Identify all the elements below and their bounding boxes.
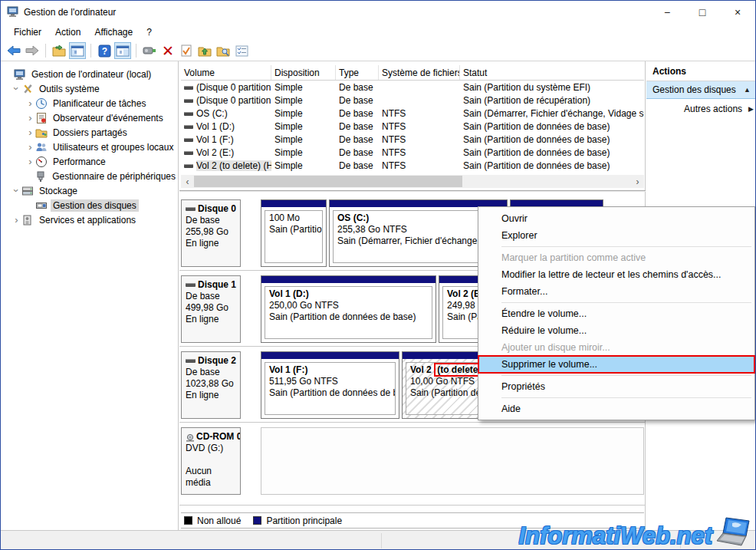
tree-item-observateur[interactable]: › Observateur d'événements xyxy=(1,110,178,125)
partition-vol1-d[interactable]: Vol 1 (D:) 250,00 Go NTFS Sain (Partitio… xyxy=(261,275,436,343)
shared-folders-icon xyxy=(35,127,48,139)
table-row[interactable]: Vol 1 (F:) SimpleDe baseNTFSSain (Partit… xyxy=(181,133,644,146)
tree-item-gestionnaire-peripheriques[interactable]: Gestionnaire de périphériques xyxy=(1,169,178,183)
expander-icon[interactable]: › xyxy=(25,97,35,109)
table-row[interactable]: Vol 1 (D:) SimpleDe baseNTFSSain (Partit… xyxy=(181,120,644,133)
actions-group-header[interactable]: Gestion des disques ▲ xyxy=(646,81,756,99)
column-header-filesystem[interactable]: Système de fichiers xyxy=(379,65,460,80)
disk0-header[interactable]: Disque 0 De base 255,98 Go En ligne xyxy=(181,199,241,267)
computer-icon xyxy=(14,68,26,81)
legend-primary-swatch xyxy=(253,516,261,525)
volume-table: Volume Disposition Type Système de fichi… xyxy=(181,65,644,172)
horizontal-scrollbar[interactable]: ‹ › xyxy=(181,175,644,188)
tree-item-planificateur[interactable]: › Planificateur de tâches xyxy=(1,96,178,110)
maximize-button[interactable]: □ xyxy=(685,1,720,24)
back-icon[interactable] xyxy=(5,42,22,59)
legend-primary-label: Partition principale xyxy=(266,515,342,526)
scroll-left-icon[interactable]: ‹ xyxy=(181,176,194,187)
volume-icon xyxy=(184,151,193,155)
users-icon xyxy=(35,141,48,153)
properties-icon[interactable] xyxy=(233,42,250,59)
expander-icon[interactable]: › xyxy=(11,186,22,196)
tree-item-performance[interactable]: › Performance xyxy=(1,154,178,169)
expander-icon[interactable]: › xyxy=(25,112,35,124)
disk2-header[interactable]: Disque 2 De base 1023,88 Go En ligne xyxy=(181,351,241,419)
scrollbar-thumb[interactable] xyxy=(194,176,462,187)
close-button[interactable]: × xyxy=(720,1,755,24)
menu-help[interactable]: ? xyxy=(140,25,159,40)
tree-item-computer-management[interactable]: Gestion de l'ordinateur (local) xyxy=(1,67,178,81)
menu-item-formater[interactable]: Formater... xyxy=(478,283,754,300)
expander-icon[interactable]: › xyxy=(11,84,22,94)
tree-item-dossiers-partages[interactable]: › Dossiers partagés xyxy=(1,125,178,140)
menu-item-ajouter-miroir: Ajouter un disque miroir... xyxy=(478,339,754,356)
window-title: Gestion de l'ordinateur xyxy=(24,7,116,18)
main-content: Gestion de l'ordinateur (local) › Outils… xyxy=(1,61,756,530)
toolbar-separator xyxy=(136,44,136,58)
task-check-icon[interactable] xyxy=(178,42,195,59)
statusbar-divider xyxy=(381,533,382,548)
scroll-right-icon[interactable]: › xyxy=(631,176,644,187)
hdd-icon xyxy=(186,283,196,287)
cdrom-header[interactable]: CD-ROM 0 DVD (G:) Aucun média xyxy=(181,427,241,495)
folder-search-icon[interactable] xyxy=(215,42,232,59)
toolbar: ? ✕ xyxy=(1,41,755,61)
column-header-volume[interactable]: Volume xyxy=(181,65,271,80)
to-delete-annotation: (to delete) xyxy=(434,363,484,377)
help-icon[interactable]: ? xyxy=(96,42,113,59)
partition-color-bar xyxy=(261,200,326,207)
menu-item-proprietes[interactable]: Propriétés xyxy=(478,378,754,395)
tree-item-outils-systeme[interactable]: › Outils système xyxy=(1,81,178,96)
menu-separator xyxy=(501,375,751,376)
column-header-statut[interactable]: Statut xyxy=(460,65,644,80)
menu-fichier[interactable]: Fichier xyxy=(7,25,48,40)
delete-icon[interactable]: ✕ xyxy=(159,42,176,59)
table-row-selected[interactable]: Vol 2 (to delete) (H:) SimpleDe baseNTFS… xyxy=(181,159,644,172)
tools-icon xyxy=(21,83,34,95)
expander-icon[interactable]: › xyxy=(25,156,35,167)
tree-item-services[interactable]: › Services et applications xyxy=(1,212,178,227)
services-icon xyxy=(21,214,34,226)
table-row[interactable]: OS (C:) SimpleDe baseNTFSSain (Démarrer,… xyxy=(181,107,644,120)
console-tree: Gestion de l'ordinateur (local) › Outils… xyxy=(1,61,179,530)
cd-icon xyxy=(186,433,195,441)
disk1-header[interactable]: Disque 1 De base 499,98 Go En ligne xyxy=(181,275,241,343)
menu-item-ouvrir[interactable]: Ouvrir xyxy=(478,210,754,227)
show-action-pane-icon[interactable] xyxy=(114,42,131,59)
table-row[interactable]: (Disque 0 partition 4) SimpleDe baseSain… xyxy=(181,94,644,107)
column-header-disposition[interactable]: Disposition xyxy=(271,65,336,80)
pane-splitter[interactable] xyxy=(179,190,646,192)
menu-item-reduire[interactable]: Réduire le volume... xyxy=(478,322,754,339)
expander-icon[interactable]: › xyxy=(25,141,35,153)
menu-item-explorer[interactable]: Explorer xyxy=(478,227,754,244)
export-list-icon[interactable] xyxy=(51,42,67,59)
hdd-icon xyxy=(186,207,196,211)
tree-item-utilisateurs[interactable]: › Utilisateurs et groupes locaux xyxy=(1,140,178,154)
expander-icon[interactable]: › xyxy=(12,214,21,226)
menu-action[interactable]: Action xyxy=(48,25,87,40)
volume-icon xyxy=(184,99,193,103)
volume-icon xyxy=(184,138,193,142)
table-row[interactable]: (Disque 0 partition 1) SimpleDe baseSain… xyxy=(181,81,644,94)
show-console-tree-icon[interactable] xyxy=(69,42,86,59)
menu-item-etendre[interactable]: Étendre le volume... xyxy=(478,305,754,322)
menu-item-modifier-lettre[interactable]: Modifier la lettre de lecteur et les che… xyxy=(478,266,754,283)
actions-title: Actions xyxy=(646,61,756,81)
expander-icon[interactable]: › xyxy=(25,127,35,138)
table-row[interactable]: Vol 2 (E:) SimpleDe baseNTFSSain (Partit… xyxy=(181,146,644,159)
minimize-button[interactable]: − xyxy=(649,1,685,24)
legend-unallocated-swatch xyxy=(184,516,192,525)
autres-actions-item[interactable]: Autres actions ▶ xyxy=(646,99,756,119)
console-window-icon[interactable] xyxy=(141,42,158,59)
menu-item-aide[interactable]: Aide xyxy=(478,400,754,417)
tree-item-gestion-des-disques[interactable]: Gestion des disques xyxy=(1,198,178,212)
partition-efi[interactable]: 100 Mo Sain (Partition xyxy=(261,199,327,267)
folder-up-icon[interactable] xyxy=(196,42,213,59)
menu-item-supprimer-volume[interactable]: Supprimer le volume... xyxy=(478,356,754,373)
column-header-type[interactable]: Type xyxy=(336,65,379,80)
menu-affichage[interactable]: Affichage xyxy=(87,25,140,40)
forward-icon[interactable] xyxy=(24,42,41,59)
tree-item-stockage[interactable]: › Stockage xyxy=(1,183,178,198)
partition-vol1-f[interactable]: Vol 1 (F:) 511,95 Go NTFS Sain (Partitio… xyxy=(261,351,399,419)
cdrom-empty-band[interactable] xyxy=(261,427,644,495)
